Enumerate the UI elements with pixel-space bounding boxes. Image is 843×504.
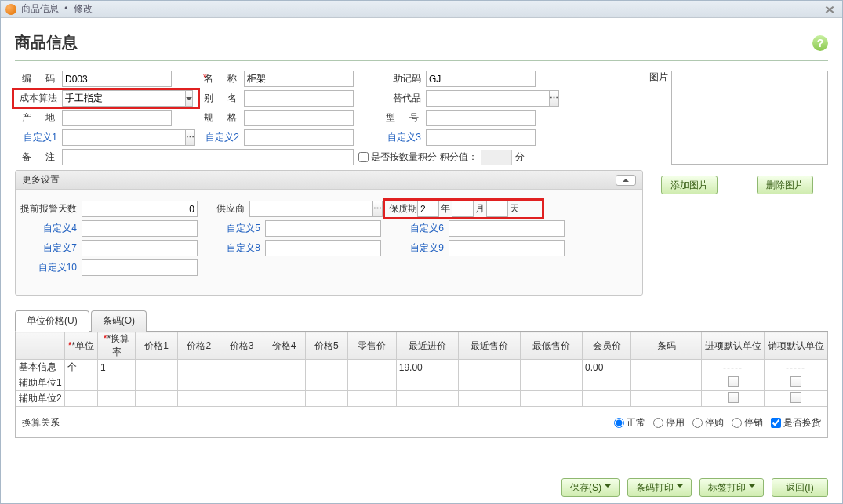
more-settings-panel: 更多设置 提前报警天数 供应商 保质期 年 月 天 (15, 170, 643, 296)
label-cf1[interactable]: 自定义1 (15, 131, 62, 144)
label-cf5[interactable]: 自定义5 (202, 222, 265, 235)
ellipsis-icon[interactable] (185, 129, 195, 146)
grid-row-base[interactable]: 基本信息个1 19.000.00 ---------- (16, 360, 827, 375)
label-cf2[interactable]: 自定义2 (197, 131, 244, 144)
status-disable[interactable]: 停用 (653, 416, 685, 430)
substitute-input[interactable] (426, 90, 549, 107)
out-default-checkbox[interactable] (790, 376, 801, 387)
save-button[interactable]: 保存(S) (561, 478, 620, 497)
label-alias: 别 名 (197, 92, 244, 105)
label-image: 图片 (646, 71, 668, 165)
in-default-checkbox[interactable] (728, 376, 739, 387)
cf1-input[interactable] (62, 129, 185, 146)
label-cf4[interactable]: 自定义4 (19, 222, 82, 235)
label-cf6[interactable]: 自定义6 (386, 222, 449, 235)
shelf-month-input[interactable] (452, 201, 474, 217)
label-cf9[interactable]: 自定义9 (386, 241, 449, 255)
label-cf7[interactable]: 自定义7 (19, 241, 82, 255)
grid-row-aux1[interactable]: 辅助单位1 (16, 375, 827, 391)
out-default-checkbox[interactable] (790, 392, 801, 403)
grid-header-row: *单位 *换算率 价格1价格2价格3价格4价格5 零售价最近进价最近售价最低售价… (16, 332, 827, 360)
status-stopbuy[interactable]: 停购 (692, 416, 724, 430)
more-title: 更多设置 (22, 173, 60, 187)
points-value-label: 积分值： (440, 150, 478, 164)
spec-input[interactable] (244, 110, 354, 126)
barcode-print-button[interactable]: 条码打印 (627, 478, 692, 497)
shelf-day-input[interactable] (486, 201, 508, 217)
titlebar: 商品信息 • 修改 ✕ (1, 1, 842, 18)
chevron-down-icon[interactable] (185, 90, 193, 107)
status-stopsell[interactable]: 停销 (732, 416, 763, 430)
ellipsis-icon[interactable] (549, 90, 559, 107)
points-unit: 分 (515, 150, 525, 164)
label-cf8[interactable]: 自定义8 (202, 241, 265, 255)
cf7-input[interactable] (82, 240, 198, 256)
cf10-input[interactable] (82, 259, 198, 276)
code-input[interactable] (62, 71, 172, 87)
shelf-year-input[interactable] (417, 201, 439, 217)
cf2-input[interactable] (244, 129, 354, 146)
collapse-icon[interactable] (616, 175, 636, 186)
cf6-input[interactable] (449, 220, 565, 237)
cost-input[interactable] (62, 90, 185, 107)
in-default-checkbox[interactable] (728, 392, 739, 403)
label-mnemonic: 助记码 (379, 72, 426, 85)
points-value (481, 150, 512, 165)
close-icon[interactable]: ✕ (819, 4, 840, 15)
cf1-combo[interactable] (62, 129, 172, 146)
alias-input[interactable] (244, 90, 354, 107)
mnemonic-input[interactable] (426, 71, 536, 87)
supplier-input[interactable] (249, 201, 372, 217)
price-grid: *单位 *换算率 价格1价格2价格3价格4价格5 零售价最近进价最近售价最低售价… (15, 332, 828, 438)
label-prealarm: 提前报警天数 (19, 202, 82, 216)
label-shelf: 保质期 (389, 202, 417, 216)
tab-unit-price[interactable]: 单位价格(U) (15, 310, 89, 332)
label-remark: 备 注 (15, 150, 62, 164)
exchange-checkbox[interactable]: 是否换货 (771, 416, 821, 430)
cf5-input[interactable] (265, 220, 381, 237)
label-substitute: 替代品 (379, 92, 426, 105)
origin-input[interactable] (62, 110, 172, 126)
points-checkbox[interactable]: 是否按数量积分 (358, 150, 437, 164)
cf9-input[interactable] (449, 240, 565, 256)
label-cf3[interactable]: 自定义3 (379, 131, 426, 144)
help-icon[interactable]: ? (812, 35, 828, 51)
cost-combo[interactable] (62, 90, 172, 107)
image-box (671, 71, 828, 165)
delete-image-button[interactable]: 删除图片 (757, 176, 813, 194)
label-cf10[interactable]: 自定义10 (19, 261, 82, 274)
label-spec: 规 格 (197, 111, 244, 125)
prealarm-input[interactable] (82, 201, 198, 217)
grid-row-aux2[interactable]: 辅助单位2 (16, 391, 827, 407)
title-text: 商品信息 • 修改 (21, 2, 93, 16)
back-button[interactable]: 返回(I) (772, 478, 828, 497)
ellipsis-icon[interactable] (372, 201, 383, 217)
cf8-input[interactable] (265, 240, 381, 256)
label-model: 型 号 (379, 111, 426, 125)
cf4-input[interactable] (82, 220, 198, 237)
label-origin: 产 地 (15, 111, 62, 125)
status-normal[interactable]: 正常 (614, 416, 645, 430)
label-cost: 成本算法 (15, 92, 62, 105)
name-input[interactable] (244, 71, 354, 87)
app-icon (5, 4, 16, 15)
cf3-input[interactable] (426, 129, 536, 146)
page-title: 商品信息 (15, 32, 78, 53)
convert-label: 换算关系 (22, 416, 60, 430)
model-input[interactable] (426, 110, 536, 126)
supplier-combo[interactable] (249, 201, 370, 217)
label-print-button[interactable]: 标签打印 (699, 478, 764, 497)
add-image-button[interactable]: 添加图片 (661, 176, 718, 194)
tab-barcode[interactable]: 条码(O) (91, 310, 147, 332)
label-code: 编 码 (15, 72, 62, 85)
label-supplier: 供应商 (202, 202, 249, 216)
remark-input[interactable] (62, 149, 354, 165)
substitute-combo[interactable] (426, 90, 536, 107)
label-name: 名 称 (197, 72, 244, 85)
